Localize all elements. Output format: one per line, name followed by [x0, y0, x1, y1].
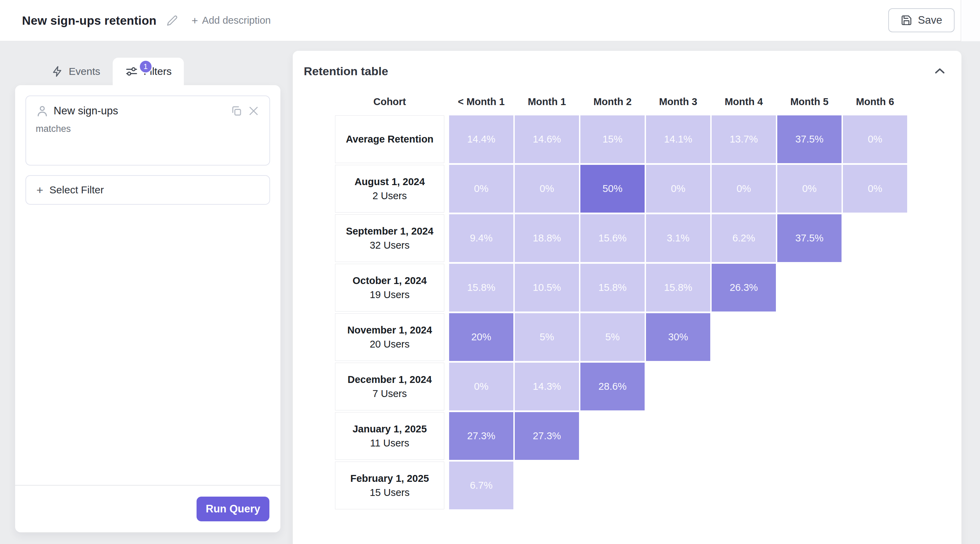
- table-row: October 1, 202419 Users15.8%10.5%15.8%15…: [335, 264, 961, 311]
- cohort-date: February 1, 2025: [350, 473, 429, 484]
- retention-cell[interactable]: 0%: [777, 165, 842, 213]
- retention-title: Retention table: [304, 65, 388, 78]
- cohort-cell: October 1, 202419 Users: [335, 264, 444, 311]
- retention-cell[interactable]: 0%: [712, 165, 776, 213]
- table-header-row: Cohort< Month 1Month 1Month 2Month 3Mont…: [335, 88, 961, 116]
- retention-cell[interactable]: 0%: [449, 165, 513, 213]
- retention-cell[interactable]: 9.4%: [449, 214, 513, 262]
- column-header: Month 5: [777, 96, 842, 108]
- retention-cell[interactable]: 0%: [515, 165, 579, 213]
- panel-footer: Run Query: [15, 485, 280, 532]
- column-header: Cohort: [335, 96, 444, 108]
- table-row: December 1, 20247 Users0%14.3%28.6%: [335, 363, 961, 411]
- remove-filter-icon[interactable]: [247, 105, 260, 117]
- column-header: Month 3: [646, 96, 710, 108]
- cohort-cell: Average Retention: [335, 116, 444, 163]
- plus-icon: +: [191, 15, 198, 26]
- filter-card[interactable]: New sign-ups matches: [25, 95, 270, 165]
- edit-title-icon[interactable]: [167, 15, 178, 26]
- retention-cell[interactable]: 15.8%: [581, 264, 644, 311]
- retention-cell[interactable]: 0%: [843, 116, 907, 163]
- cohort-date: November 1, 2024: [347, 325, 432, 336]
- retention-cell[interactable]: 14.1%: [646, 116, 710, 163]
- retention-cell[interactable]: 6.2%: [712, 214, 776, 262]
- retention-cell[interactable]: 3.1%: [646, 214, 710, 262]
- retention-cell[interactable]: 37.5%: [777, 116, 842, 163]
- sliders-icon: [125, 65, 138, 78]
- retention-cell[interactable]: 14.6%: [515, 116, 579, 163]
- retention-cell[interactable]: 50%: [581, 165, 644, 213]
- page-title: New sign-ups retention: [22, 14, 156, 27]
- tab-events-label: Events: [69, 66, 100, 76]
- select-filter-label: Select Filter: [49, 184, 104, 196]
- tab-events[interactable]: Events: [39, 58, 113, 85]
- cohort-cell: August 1, 20242 Users: [335, 165, 444, 213]
- retention-cell[interactable]: 0%: [449, 363, 513, 411]
- plus-icon: +: [37, 184, 43, 196]
- duplicate-filter-icon[interactable]: [230, 105, 243, 117]
- cohort-users: 11 Users: [370, 438, 409, 449]
- filter-card-header: New sign-ups: [36, 105, 260, 117]
- add-description-button[interactable]: + Add description: [191, 15, 271, 26]
- filters-panel: New sign-ups matches: [15, 85, 280, 532]
- retention-cell[interactable]: 26.3%: [712, 264, 776, 311]
- cohort-cell: September 1, 202432 Users: [335, 214, 444, 262]
- cohort-date: August 1, 2024: [355, 176, 425, 187]
- cohort-cell: November 1, 202420 Users: [335, 313, 444, 361]
- retention-cell[interactable]: 13.7%: [712, 116, 776, 163]
- table-row: Average Retention14.4%14.6%15%14.1%13.7%…: [335, 116, 961, 163]
- retention-cell[interactable]: 15%: [581, 116, 644, 163]
- retention-cell[interactable]: 10.5%: [515, 264, 579, 311]
- retention-cell[interactable]: 37.5%: [777, 214, 842, 262]
- cohort-users: 7 Users: [372, 388, 407, 400]
- spacer: [25, 205, 270, 485]
- column-header: Month 2: [581, 96, 644, 108]
- cohort-date: January 1, 2025: [353, 423, 427, 435]
- table-row: February 1, 202515 Users6.7%: [335, 462, 961, 509]
- retention-cell[interactable]: 28.6%: [581, 363, 644, 411]
- chevron-up-icon[interactable]: [932, 63, 948, 79]
- column-header: Month 1: [515, 96, 579, 108]
- cohort-cell: January 1, 202511 Users: [335, 412, 444, 460]
- retention-cell[interactable]: 5%: [515, 313, 579, 361]
- retention-cell[interactable]: 0%: [843, 165, 907, 213]
- scrollbar-track[interactable]: [961, 0, 980, 41]
- select-filter-button[interactable]: + Select Filter: [25, 175, 270, 205]
- retention-cell[interactable]: 15.8%: [449, 264, 513, 311]
- retention-cell[interactable]: 15.8%: [646, 264, 710, 311]
- tab-filters[interactable]: 1 Filters: [113, 58, 184, 85]
- top-bar: New sign-ups retention + Add description…: [0, 0, 980, 41]
- retention-cell[interactable]: 30%: [646, 313, 710, 361]
- retention-cell[interactable]: 14.4%: [449, 116, 513, 163]
- retention-table: Cohort< Month 1Month 1Month 2Month 3Mont…: [335, 88, 961, 509]
- retention-cell[interactable]: 15.6%: [581, 214, 644, 262]
- cohort-cell: February 1, 202515 Users: [335, 462, 444, 509]
- cohort-date: December 1, 2024: [347, 374, 431, 385]
- cohort-date: September 1, 2024: [346, 226, 434, 237]
- retention-cell[interactable]: 20%: [449, 313, 513, 361]
- retention-cell[interactable]: 27.3%: [515, 412, 579, 460]
- filter-name: New sign-ups: [54, 105, 118, 117]
- run-query-button[interactable]: Run Query: [197, 496, 269, 521]
- retention-cell[interactable]: 18.8%: [515, 214, 579, 262]
- retention-cell[interactable]: 14.3%: [515, 363, 579, 411]
- column-header: Month 6: [843, 96, 907, 108]
- retention-cell[interactable]: 5%: [581, 313, 644, 361]
- retention-cell[interactable]: 0%: [646, 165, 710, 213]
- table-row: November 1, 202420 Users20%5%5%30%: [335, 313, 961, 361]
- filters-count-badge: 1: [139, 60, 153, 73]
- cohort-date: October 1, 2024: [353, 275, 427, 286]
- save-button[interactable]: Save: [888, 8, 955, 32]
- retention-cell[interactable]: 6.7%: [449, 462, 513, 509]
- retention-card-header: Retention table: [293, 51, 961, 79]
- column-header: Month 4: [712, 96, 776, 108]
- app-root: New sign-ups retention + Add description…: [0, 0, 980, 544]
- table-row: January 1, 202511 Users27.3%27.3%: [335, 412, 961, 460]
- query-builder-panel: Events 1 Filters: [15, 58, 280, 532]
- cohort-users: 15 Users: [370, 487, 410, 498]
- cohort-users: 19 Users: [370, 289, 410, 300]
- cohort-users: 20 Users: [370, 339, 410, 350]
- tab-bar: Events 1 Filters: [15, 58, 280, 85]
- retention-cell[interactable]: 27.3%: [449, 412, 513, 460]
- person-icon: [36, 105, 49, 117]
